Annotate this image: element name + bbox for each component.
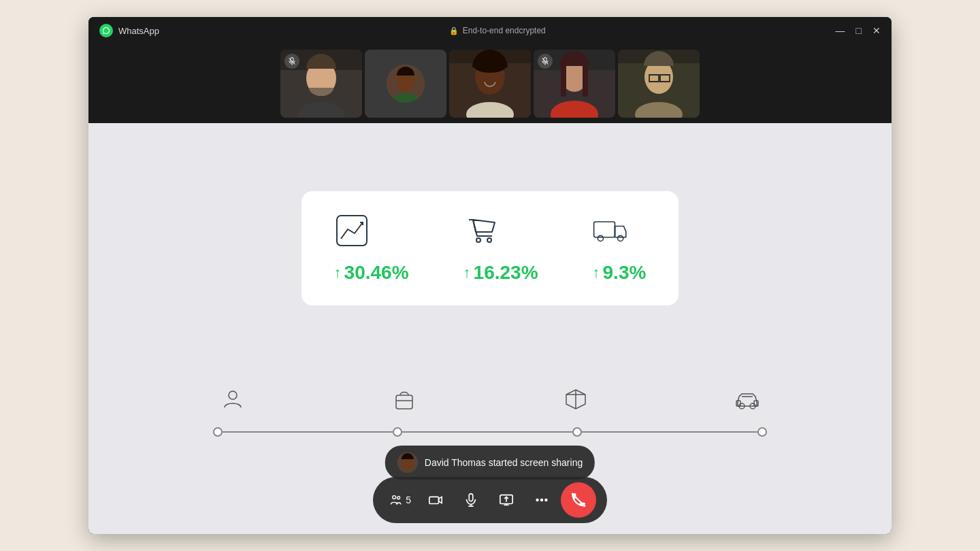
screen-share-notification: David Thomas started screen sharing (385, 446, 595, 480)
metric-item-2: ↑ 16.23% (463, 213, 538, 284)
metric-item-3: ↑ 9.3% (593, 213, 647, 284)
participant-tile-4[interactable] (534, 50, 615, 118)
title-bar: WhatsApp 🔒 End-to-end endcrypted — □ ✕ (88, 17, 892, 44)
camera-button[interactable] (419, 484, 452, 516)
svg-rect-20 (429, 497, 439, 503)
svg-rect-5 (593, 222, 615, 237)
maximize-button[interactable]: □ (856, 26, 862, 35)
svg-point-4 (487, 238, 491, 242)
svg-rect-2 (337, 216, 367, 246)
mute-badge-4 (538, 54, 553, 69)
svg-point-9 (229, 391, 237, 399)
app-title: WhatsApp (118, 26, 159, 36)
svg-point-29 (541, 499, 543, 501)
truck-icon (593, 213, 628, 251)
timeline-icon-person (220, 387, 245, 414)
encryption-label: 🔒 End-to-end endcrypted (449, 26, 546, 35)
svg-point-18 (393, 496, 396, 499)
participant-tile-5[interactable] (618, 50, 700, 118)
timeline-dot-3 (572, 427, 582, 437)
participant-tile-1[interactable] (280, 50, 362, 118)
end-call-button[interactable] (561, 482, 596, 518)
participant-tile-3[interactable] (449, 50, 531, 118)
svg-point-30 (545, 499, 547, 501)
timeline-dot-2 (393, 427, 402, 437)
more-options-button[interactable] (525, 484, 558, 516)
participants-button[interactable]: 5 (384, 484, 416, 516)
title-bar-left: WhatsApp (99, 24, 159, 37)
svg-point-6 (598, 235, 603, 241)
notification-avatar (397, 452, 418, 473)
timeline-icon-bag (392, 387, 416, 414)
timeline-icons (218, 387, 762, 414)
participant-tile-2[interactable] (365, 50, 446, 118)
svg-rect-21 (469, 494, 473, 501)
timeline-icon-car (735, 387, 760, 414)
app-window: WhatsApp 🔒 End-to-end endcrypted — □ ✕ (88, 17, 892, 534)
close-button[interactable]: ✕ (872, 26, 881, 35)
svg-point-3 (476, 238, 480, 242)
metric-value-3: ↑ 9.3% (593, 262, 647, 284)
whatsapp-logo (99, 24, 113, 37)
notification-text: David Thomas started screen sharing (425, 457, 583, 468)
timeline-line (218, 425, 762, 439)
window-controls: — □ ✕ (836, 26, 881, 35)
svg-point-28 (536, 499, 538, 501)
metric-value-2: ↑ 16.23% (463, 262, 538, 284)
svg-rect-13 (736, 401, 740, 406)
svg-point-19 (397, 497, 400, 499)
timeline-section (218, 387, 762, 439)
screen-share-area: ↑ 30.46% ↑ 16.23% (88, 123, 892, 534)
participants-strip (88, 44, 892, 123)
metrics-card: ↑ 30.46% ↑ 16.23% (301, 191, 679, 305)
cart-icon (463, 213, 499, 251)
metric-value-1: ↑ 30.46% (334, 262, 409, 284)
timeline-dot-1 (213, 427, 223, 437)
timeline-dot-4 (757, 427, 767, 437)
timeline-track (218, 431, 762, 433)
mute-badge-1 (284, 54, 299, 69)
call-controls: 5 (373, 477, 607, 523)
avatar-2 (387, 65, 425, 103)
screen-share-button[interactable] (490, 484, 523, 516)
minimize-button[interactable]: — (836, 26, 845, 35)
timeline-icon-box (564, 387, 588, 414)
svg-rect-14 (754, 401, 758, 406)
chart-icon (334, 213, 370, 251)
metric-item-1: ↑ 30.46% (334, 213, 409, 284)
svg-rect-10 (396, 395, 412, 409)
lock-icon: 🔒 (449, 27, 459, 35)
microphone-button[interactable] (455, 484, 487, 516)
svg-point-7 (617, 235, 623, 241)
